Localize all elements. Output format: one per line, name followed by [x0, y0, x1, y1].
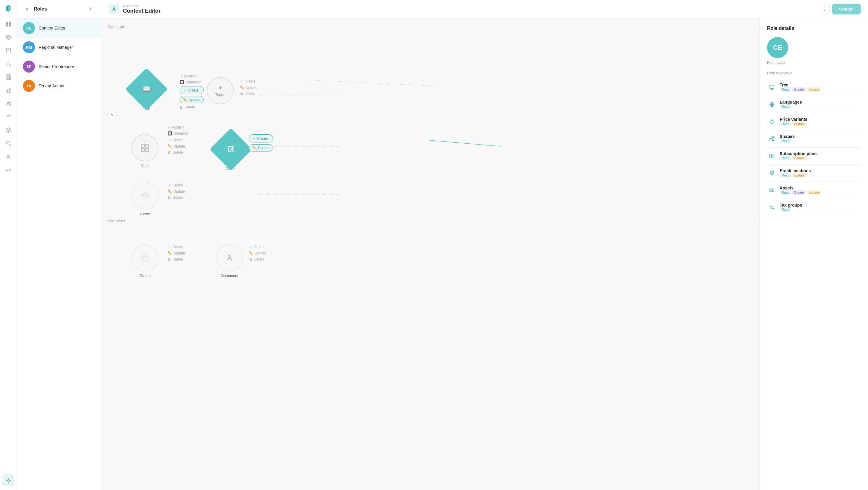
main-area: Role name Content Editor ⋮ Update Catalo…: [101, 0, 868, 490]
svg-line-52: [144, 195, 144, 198]
overview-icon-shapes: [767, 134, 777, 144]
topics-node[interactable]: ✦ Topics: [207, 77, 234, 104]
role-name-ta: Tenant Admin: [38, 84, 64, 88]
role-avatar-ce: CE: [23, 22, 35, 34]
nav-settings[interactable]: [2, 474, 14, 486]
topics-delete[interactable]: 🗑 Delete: [240, 92, 257, 96]
overview-name: Shapes: [780, 134, 795, 139]
nav-list[interactable]: [2, 111, 14, 123]
role-name-rm: Regional Manager: [38, 45, 73, 50]
nav-nodes[interactable]: [2, 58, 14, 70]
overview-item-languages: Languages Read: [767, 96, 861, 113]
nav-target[interactable]: [2, 31, 14, 43]
svg-rect-8: [6, 48, 10, 53]
role-item-rm[interactable]: RM Regional Manager: [17, 38, 101, 57]
customers-node[interactable]: Customers: [216, 244, 243, 278]
tree-publish[interactable]: ✈ Publish: [180, 74, 204, 78]
grids-create[interactable]: ＋ Create: [167, 137, 189, 142]
overview-item-assets: Assets ReadCreateUpdate: [767, 182, 861, 199]
app-logo[interactable]: [3, 4, 14, 14]
customers-create[interactable]: ＋ Create: [249, 244, 267, 249]
overview-icon-subscription-plans: [767, 151, 777, 161]
customers-update[interactable]: ✏️ Update: [249, 251, 267, 255]
perm-badge-read: Read: [780, 190, 791, 195]
tree-unpublish[interactable]: 🔲 Unpublish: [180, 80, 204, 84]
grids-node[interactable]: Grids: [131, 134, 158, 168]
nav-dashboard[interactable]: [2, 18, 14, 30]
update-button[interactable]: Update: [832, 4, 861, 14]
topics-update[interactable]: ✏️ Update: [240, 86, 257, 90]
overview-perms: ReadUpdate: [780, 156, 818, 160]
back-button[interactable]: [23, 5, 31, 13]
svg-line-53: [146, 194, 147, 195]
nav-az[interactable]: Az: [2, 164, 14, 176]
svg-rect-46: [146, 149, 149, 152]
nav-search[interactable]: [2, 137, 14, 150]
tree-create[interactable]: ＋ Create: [180, 86, 204, 94]
role-avatar-label: Role avatar: [767, 61, 785, 65]
grids-publish[interactable]: ✈ Publish: [167, 125, 189, 130]
role-overview-title: Role overview: [767, 71, 861, 75]
grids-update[interactable]: ✏️ Update: [167, 144, 189, 149]
nav-people[interactable]: [2, 151, 14, 163]
tree-node[interactable]: 📖 Tree: [131, 74, 161, 111]
topics-create[interactable]: ＋ Create: [240, 78, 257, 84]
role-item-ta[interactable]: TA Tenant Admin: [17, 76, 101, 95]
add-role-button[interactable]: +: [87, 5, 95, 13]
svg-rect-0: [6, 22, 8, 24]
svg-rect-47: [141, 194, 144, 196]
tree-perms: ✈ Publish 🔲 Unpublish ＋ Create ✏️ Update: [180, 74, 204, 109]
orders-delete[interactable]: 🗑 Delete: [167, 257, 185, 261]
top-bar: Role name Content Editor ⋮ Update: [101, 0, 868, 19]
nav-box[interactable]: [2, 124, 14, 136]
role-name-ce: Content Editor: [38, 26, 66, 30]
nav-book[interactable]: [2, 44, 14, 57]
flows-create[interactable]: ＋ Create: [167, 183, 185, 188]
customers-delete[interactable]: 🗑 Delete: [249, 257, 267, 261]
svg-point-65: [772, 139, 774, 141]
orders-node[interactable]: Orders: [131, 244, 158, 278]
flows-perms: ＋ Create ✏️ Update 🗑 Delete: [167, 183, 185, 200]
orders-update[interactable]: ✏️ Update: [167, 251, 185, 255]
catalogue-label: Catalogue: [107, 24, 753, 29]
overview-item-tree: Tree ReadCreateUpdate: [767, 79, 861, 96]
role-detail-avatar: CE: [767, 37, 788, 58]
grids-unpublish[interactable]: 🔲 Unpublish: [167, 131, 189, 135]
svg-marker-66: [772, 137, 774, 138]
commerce-section: Commerce Orders: [107, 219, 753, 304]
nav-chart[interactable]: [2, 84, 14, 96]
grids-delete[interactable]: 🗑 Delete: [167, 150, 189, 155]
overview-icon-price-variants: [767, 117, 777, 127]
flows-update[interactable]: ✏️ Update: [167, 190, 185, 194]
commerce-diagram: Orders ＋ Create ✏️ Update 🗑 Delete: [107, 229, 753, 304]
sidebar: Roles + CE Content Editor RM Regional Ma…: [17, 0, 101, 490]
perm-badge-read: Read: [780, 207, 791, 212]
perm-badge-create: Create: [792, 190, 806, 195]
assets-node[interactable]: 🖼 Assets: [216, 134, 246, 171]
role-item-ce[interactable]: CE Content Editor: [17, 19, 101, 38]
more-options-button[interactable]: ⋮: [819, 4, 830, 14]
role-item-sp[interactable]: SP Senior Proofreader: [17, 57, 101, 76]
svg-rect-22: [8, 89, 9, 93]
svg-line-30: [6, 129, 8, 130]
tree-update[interactable]: ✏️ Update: [180, 96, 204, 103]
content-area: Catalogue: [101, 19, 868, 490]
svg-line-41: [430, 140, 501, 146]
flows-node[interactable]: Flows: [131, 183, 158, 216]
svg-rect-49: [144, 197, 146, 199]
assets-update[interactable]: ✏️ Update: [249, 144, 273, 152]
role-avatar-ta: TA: [23, 80, 35, 92]
flows-delete[interactable]: 🗑 Delete: [167, 195, 185, 200]
catalogue-section: Catalogue: [107, 24, 753, 209]
orders-create[interactable]: ＋ Create: [167, 244, 185, 249]
nav-bar: Az: [0, 0, 17, 490]
tree-delete[interactable]: 🗑 Delete: [180, 105, 204, 109]
nav-grid[interactable]: [2, 71, 14, 83]
svg-point-74: [770, 206, 771, 207]
assets-create[interactable]: ＋ Create: [249, 134, 273, 142]
collapse-button[interactable]: [107, 110, 116, 119]
role-details-title: Role details: [767, 26, 861, 31]
svg-point-36: [113, 7, 115, 9]
perm-badge-create: Create: [792, 87, 806, 92]
nav-users[interactable]: [2, 98, 14, 110]
